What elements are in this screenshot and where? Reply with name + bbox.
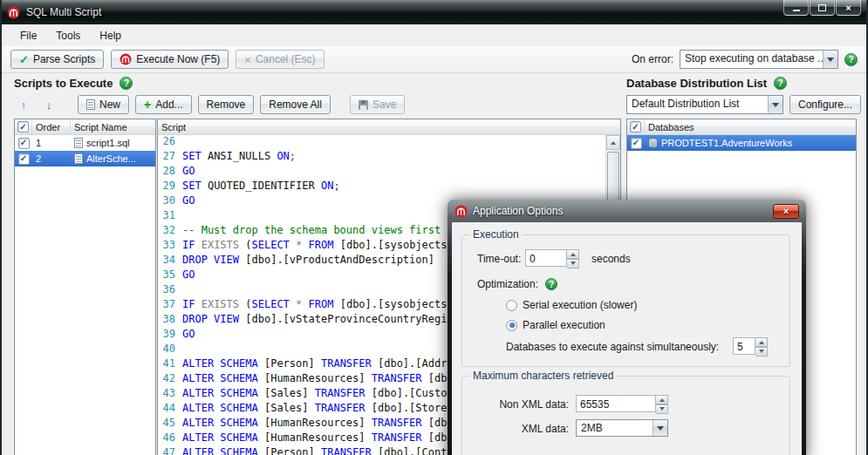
parallel-execution-option[interactable]: Parallel execution [506, 317, 605, 333]
scroll-up-button[interactable] [606, 135, 620, 150]
dialog-close-button[interactable]: × [773, 204, 799, 219]
cancel-button[interactable]: × Cancel (Esc) [236, 50, 324, 69]
parse-scripts-button[interactable]: ✓ Parse Scripts [10, 50, 104, 69]
maximize-icon [818, 4, 826, 11]
dialog-title-bar: Application Options × [448, 200, 806, 222]
select-all-checkbox[interactable]: ✓ [17, 121, 29, 132]
scripts-list-panel: ✓ Order Script Name ✓1script1.sql✓2Alter… [14, 119, 156, 455]
xml-data-select[interactable]: 2MB [576, 419, 668, 437]
redgate-icon [120, 53, 132, 65]
spin-down-button[interactable] [755, 347, 768, 357]
spin-up-button[interactable] [567, 249, 579, 259]
scripts-list-header: ✓ Order Script Name [15, 119, 155, 135]
line-number: 31 [158, 209, 182, 224]
check-icon: ✓ [20, 138, 27, 147]
spin-down-button[interactable] [656, 404, 668, 414]
new-button[interactable]: New [78, 95, 129, 114]
script-name: AlterSche... [86, 153, 136, 164]
execute-now-label: Execute Now (F5) [136, 53, 220, 65]
code-text: GO [182, 268, 195, 283]
line-number: 44 [158, 402, 182, 417]
line-number: 41 [158, 357, 182, 372]
add-button[interactable]: + Add... [135, 95, 192, 114]
databases-list-body: ✓PRODTEST1.AdventureWorks [627, 135, 856, 151]
xml-label: XML data: [459, 421, 569, 437]
max-chars-group-label: Maximum characters retrieved [469, 370, 617, 382]
window-title: SQL Multi Script [26, 6, 101, 18]
on-error-select[interactable]: Stop executing on database ... [680, 50, 838, 69]
line-number: 43 [158, 387, 182, 402]
help-icon[interactable]: ? [774, 77, 787, 90]
databases-list-header: ✓ Databases [627, 119, 856, 135]
app-icon [7, 6, 20, 19]
close-button[interactable]: × [836, 0, 861, 16]
line-number: 26 [158, 135, 182, 150]
script-column-header: Script [158, 119, 189, 134]
distribution-toolbar: Default Distribution List Configure... [626, 93, 861, 116]
order-column-header[interactable]: Order [32, 119, 71, 134]
menu-bar: File Tools Help [2, 24, 866, 46]
menu-help[interactable]: Help [90, 24, 131, 46]
configure-label: Configure... [798, 98, 852, 111]
code-text: ALTER SCHEMA [Sales] TRANSFER [dbo].[Cus… [182, 387, 472, 402]
cancel-icon: × [244, 54, 251, 65]
line-number: 29 [158, 180, 182, 194]
non-xml-input[interactable]: 65535 [576, 395, 656, 412]
script-name-column-header[interactable]: Script Name [71, 119, 155, 134]
row-checkbox[interactable]: ✓ [18, 138, 30, 149]
select-all-databases-checkbox[interactable]: ✓ [630, 121, 641, 132]
help-icon[interactable]: ? [545, 278, 557, 290]
distribution-list-value: Default Distribution List [627, 96, 768, 113]
save-button[interactable]: Save [350, 95, 405, 114]
script-file-icon [74, 138, 83, 148]
parallel-radio[interactable] [506, 320, 517, 331]
up-arrow-icon: ↑ [21, 99, 27, 111]
menu-tools[interactable]: Tools [46, 24, 90, 46]
simultaneous-input[interactable]: 5 [733, 337, 755, 355]
code-line: 27SET ANSI_NULLS ON; [158, 150, 605, 165]
menu-file[interactable]: File [10, 24, 46, 46]
row-checkbox[interactable]: ✓ [18, 153, 30, 165]
distribution-list-select[interactable]: Default Distribution List [626, 95, 783, 114]
xml-data-value: 2MB [577, 420, 653, 436]
remove-button[interactable]: Remove [198, 95, 255, 114]
cancel-label: Cancel (Esc) [256, 53, 316, 65]
new-script-icon [86, 99, 95, 110]
script-row[interactable]: ✓1script1.sql [15, 135, 155, 151]
spin-up-button[interactable] [755, 337, 768, 347]
line-number: 45 [158, 417, 182, 431]
line-number: 33 [158, 239, 182, 254]
chevron-down-icon [768, 96, 783, 113]
serial-radio-label: Serial execution (slower) [523, 299, 637, 311]
serial-execution-option[interactable]: Serial execution (slower) [506, 297, 637, 313]
move-up-button[interactable]: ↑ [14, 95, 33, 114]
close-icon: × [783, 206, 789, 216]
serial-radio[interactable] [506, 300, 517, 311]
help-icon[interactable]: ? [120, 77, 133, 90]
code-text: ALTER SCHEMA [Person] TRANSFER [dbo].[Ad… [182, 357, 472, 372]
spin-down-button[interactable] [567, 259, 579, 268]
line-number: 27 [158, 150, 182, 165]
on-error-value: Stop executing on database ... [680, 51, 823, 68]
help-icon[interactable]: ? [844, 53, 858, 66]
timeout-input[interactable]: 0 [525, 249, 567, 267]
configure-button[interactable]: Configure... [789, 95, 861, 114]
title-bar: SQL Multi Script × [0, 0, 868, 24]
non-xml-label: Non XML data: [459, 397, 569, 412]
execute-now-button[interactable]: Execute Now (F5) [111, 50, 229, 69]
move-down-button[interactable]: ↓ [39, 95, 58, 114]
code-text: DROP VIEW [dbo].[vStateProvinceCountryRe… [182, 313, 466, 328]
simultaneous-label: Databases to execute against simultaneou… [506, 339, 719, 355]
line-number: 32 [158, 224, 182, 239]
databases-column-header[interactable]: Databases [645, 119, 856, 134]
remove-all-button[interactable]: Remove All [260, 95, 331, 114]
database-row[interactable]: ✓PRODTEST1.AdventureWorks [627, 135, 856, 151]
scripts-toolbar: ↑ ↓ New + Add... Remove Remove All Save [14, 93, 405, 116]
check-icon: ✓ [19, 122, 26, 132]
maximize-button[interactable] [810, 0, 835, 16]
minimize-button[interactable] [783, 0, 809, 16]
row-checkbox[interactable]: ✓ [631, 138, 642, 149]
script-row[interactable]: ✓2AlterSche... [15, 151, 155, 166]
spin-up-button[interactable] [656, 395, 668, 404]
check-icon: ✓ [19, 54, 29, 65]
